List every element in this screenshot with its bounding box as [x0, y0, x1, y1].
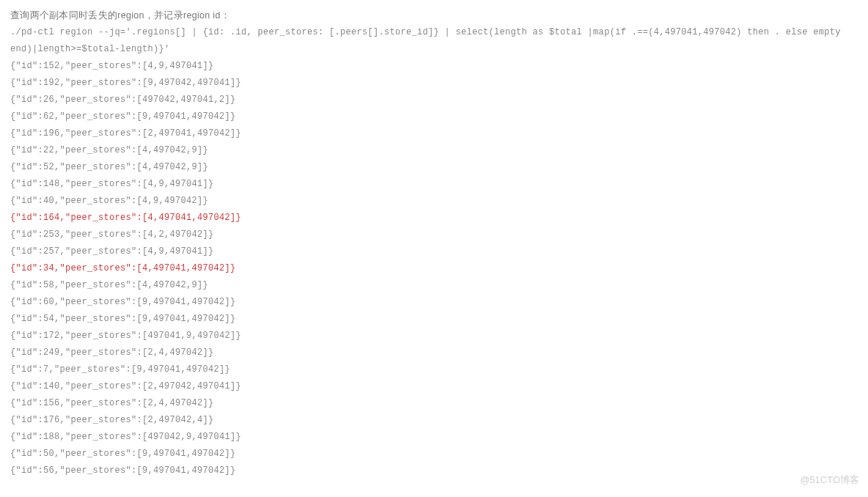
output-row: {"id":52,"peer_stores":[4,497042,9]} — [10, 159, 858, 176]
output-row: {"id":164,"peer_stores":[4,497041,497042… — [10, 210, 858, 227]
output-row: {"id":22,"peer_stores":[4,497042,9]} — [10, 142, 858, 159]
output-row: {"id":249,"peer_stores":[2,4,497042]} — [10, 345, 858, 361]
output-row: {"id":156,"peer_stores":[2,4,497042]} — [10, 395, 858, 412]
article-body: 查询两个副本同时丢失的region，并记录region id： ./pd-ctl… — [0, 0, 868, 485]
output-row: {"id":253,"peer_stores":[4,2,497042]} — [10, 227, 858, 243]
watermark: @51CTO博客 — [800, 474, 859, 487]
output-row: {"id":50,"peer_stores":[9,497041,497042]… — [10, 446, 858, 463]
output-row: {"id":7,"peer_stores":[9,497041,497042]} — [10, 361, 858, 378]
shell-command: ./pd-ctl region --jq='.regions[] | {id: … — [10, 24, 858, 58]
output-row: {"id":176,"peer_stores":[2,497042,4]} — [10, 412, 858, 429]
output-row: {"id":152,"peer_stores":[4,9,497041]} — [10, 58, 858, 75]
section-title: 查询两个副本同时丢失的region，并记录region id： — [10, 7, 858, 24]
output-row: {"id":58,"peer_stores":[4,497042,9]} — [10, 277, 858, 294]
output-row: {"id":148,"peer_stores":[4,9,497041]} — [10, 176, 858, 193]
output-row: {"id":196,"peer_stores":[2,497041,497042… — [10, 125, 858, 142]
output-row: {"id":140,"peer_stores":[2,497042,497041… — [10, 378, 858, 395]
output-row: {"id":62,"peer_stores":[9,497041,497042]… — [10, 108, 858, 125]
output-row: {"id":192,"peer_stores":[9,497042,497041… — [10, 75, 858, 92]
output-row: {"id":56,"peer_stores":[9,497041,497042]… — [10, 463, 858, 479]
output-row: {"id":34,"peer_stores":[4,497041,497042]… — [10, 260, 858, 277]
output-row: {"id":188,"peer_stores":[497042,9,497041… — [10, 429, 858, 446]
output-row: {"id":172,"peer_stores":[497041,9,497042… — [10, 328, 858, 345]
output-rows: {"id":152,"peer_stores":[4,9,497041]}{"i… — [10, 58, 858, 479]
output-row: {"id":60,"peer_stores":[9,497041,497042]… — [10, 294, 858, 311]
output-row: {"id":257,"peer_stores":[4,9,497041]} — [10, 243, 858, 260]
output-row: {"id":40,"peer_stores":[4,9,497042]} — [10, 193, 858, 210]
output-row: {"id":26,"peer_stores":[497042,497041,2]… — [10, 92, 858, 108]
output-row: {"id":54,"peer_stores":[9,497041,497042]… — [10, 311, 858, 328]
